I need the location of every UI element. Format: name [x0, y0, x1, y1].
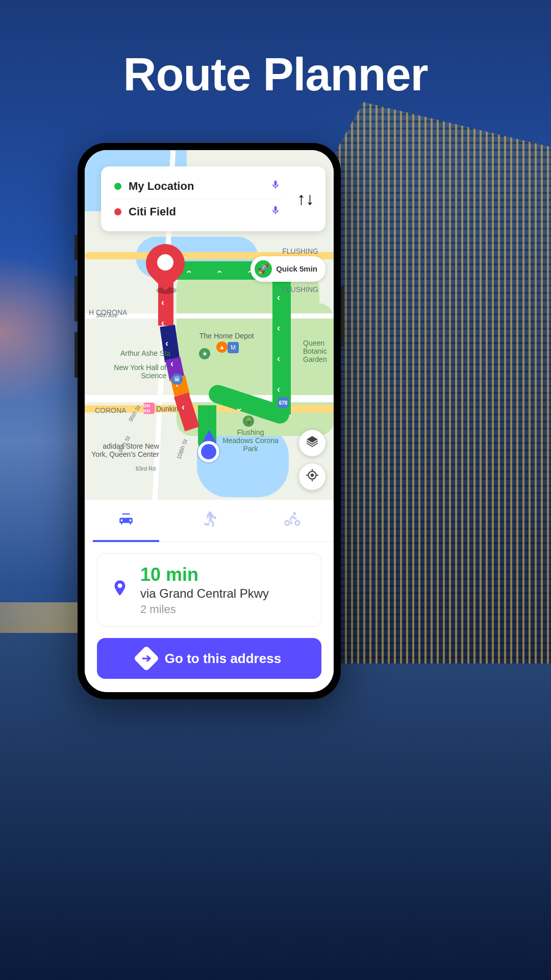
tab-car[interactable]	[85, 500, 168, 542]
go-to-address-button[interactable]: ➔ Go to this address	[97, 638, 321, 679]
destination-field[interactable]: Citi Field	[112, 199, 283, 224]
map-layers-button[interactable]	[299, 430, 325, 456]
poi-icon: 🏛	[171, 374, 183, 385]
page-title: Route Planner	[0, 48, 551, 101]
tab-bike[interactable]	[251, 500, 334, 542]
crosshair-icon	[306, 469, 319, 485]
svg-point-8	[295, 521, 299, 525]
swap-button[interactable]: ↑↓	[288, 189, 319, 209]
map-label: FLUSHING	[282, 247, 318, 255]
location-pin-icon	[111, 577, 129, 604]
origin-label: My Location	[129, 180, 263, 193]
map-label: 63rd Rd	[136, 465, 156, 472]
mic-icon[interactable]	[270, 204, 281, 219]
car-icon	[85, 510, 168, 531]
poi-icon: ▲	[216, 341, 228, 353]
promo-background: Route Planner	[0, 0, 551, 980]
route-time: 10 min	[140, 564, 308, 585]
map-label: Queen Botanic Garden	[303, 339, 334, 363]
destination-dot-icon	[114, 208, 121, 215]
svg-point-9	[293, 512, 296, 515]
svg-point-7	[285, 521, 290, 525]
transport-tabs	[85, 500, 334, 542]
origin-dot-icon	[114, 183, 121, 190]
poi-icon: DN KN	[143, 403, 155, 414]
bottom-panel: 10 min via Grand Central Pkwy 2 miles ➔ …	[85, 500, 334, 692]
map-label: 108th St	[176, 438, 188, 460]
layers-icon	[306, 435, 319, 451]
route-summary-card[interactable]: 10 min via Grand Central Pkwy 2 miles	[97, 553, 321, 627]
map-label: Flushing Meadows Corona Park	[222, 428, 279, 453]
map-label: CORONA	[95, 406, 126, 414]
poi-icon: ★	[199, 348, 210, 359]
bike-icon	[251, 510, 334, 531]
map-label: 34th Ave	[96, 312, 118, 318]
highway-shield: 678	[278, 397, 289, 408]
destination-pin-icon[interactable]	[146, 244, 185, 290]
map-label: FLUSHING	[282, 285, 318, 293]
poi-icon: 🌳	[243, 415, 254, 427]
directions-icon: ➔	[133, 646, 159, 672]
origin-field[interactable]: My Location	[112, 174, 283, 199]
poi-icon: M	[228, 342, 239, 353]
current-location-dot-icon[interactable]	[198, 441, 219, 462]
map-label: Arthur Ashe Sta	[120, 349, 170, 357]
route-via: via Grand Central Pkwy	[140, 586, 308, 601]
map-label: Dunkin	[156, 405, 179, 413]
mic-icon[interactable]	[270, 179, 281, 193]
phone-frame: › › › › › › › › › › › › › › FLUSHING FLU…	[78, 143, 341, 699]
quick-route-label: Quick 5min	[276, 265, 317, 274]
phone-screen: › › › › › › › › › › › › › › FLUSHING FLU…	[85, 150, 334, 692]
route-search-card: My Location Citi Field ↑↓	[101, 166, 325, 231]
rocket-icon: 🚀	[255, 260, 272, 278]
tab-walk[interactable]	[168, 500, 251, 542]
map-label: The Home Depot	[199, 332, 254, 340]
route-distance: 2 miles	[140, 603, 308, 616]
go-button-label: Go to this address	[165, 651, 281, 667]
quick-route-badge[interactable]: 🚀 Quick 5min	[251, 256, 325, 282]
svg-point-1	[311, 474, 313, 476]
route-segment-green	[272, 261, 291, 414]
my-location-button[interactable]	[299, 463, 325, 490]
map-label: New York Hall of Science	[100, 363, 166, 380]
walk-icon	[168, 510, 251, 532]
swap-icon: ↑↓	[297, 189, 314, 208]
destination-label: Citi Field	[129, 205, 263, 218]
